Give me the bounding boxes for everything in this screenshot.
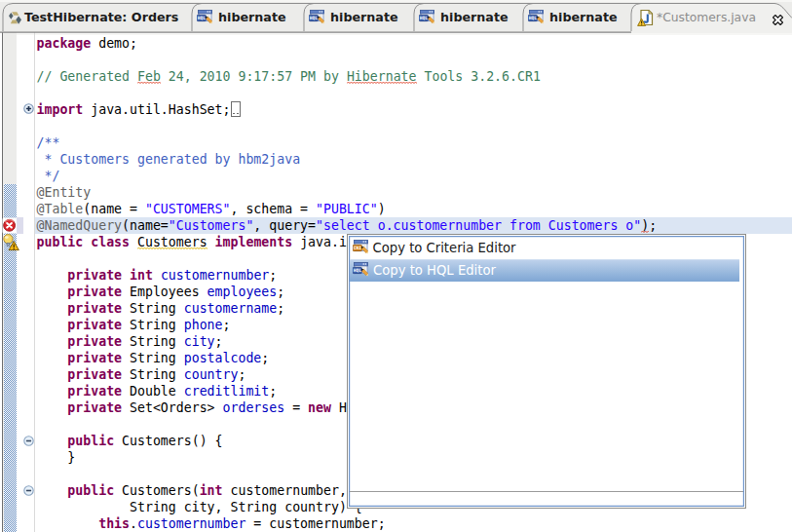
code-line xyxy=(35,52,657,68)
code-line: package demo; xyxy=(35,35,657,52)
tab-label: hibernate xyxy=(440,10,509,24)
menu-item-copy-to-criteria-editor[interactable]: Copy to Criteria Editor xyxy=(350,237,743,259)
quick-diff-change-bar xyxy=(17,217,23,234)
fold-collapse-icon[interactable] xyxy=(23,485,34,496)
quickfix-popup: Copy to Criteria Editor Copy to HQL Edit… xyxy=(347,234,746,509)
hql-editor-icon xyxy=(528,10,544,25)
tab-hibernate-2[interactable]: hibernate xyxy=(304,3,418,31)
criteria-editor-icon xyxy=(353,240,368,255)
control-character-box xyxy=(231,101,241,117)
tab-hibernate-3[interactable]: hibernate xyxy=(414,3,527,31)
hql-editor-icon xyxy=(309,10,324,25)
hql-editor-icon xyxy=(197,10,212,25)
tab-customers-java[interactable]: *Customers.java xyxy=(631,3,792,31)
error-marker-icon[interactable] xyxy=(2,217,18,234)
menu-item-label: Copy to Criteria Editor xyxy=(373,241,516,255)
tab-label: hibernate xyxy=(330,10,398,24)
quickfix-warning-icon[interactable] xyxy=(2,234,19,251)
code-line: @NamedQuery(name="Customers", query="sel… xyxy=(35,217,657,234)
fold-expand-icon[interactable] xyxy=(23,103,34,114)
code-line xyxy=(35,85,657,101)
tab-label: *Customers.java xyxy=(657,11,756,24)
menu-item-copy-to-hql-editor[interactable]: Copy to HQL Editor xyxy=(350,259,739,282)
hibernate-console-icon xyxy=(9,12,21,24)
code-line: import java.util.HashSet; xyxy=(35,101,657,118)
java-editor[interactable]: package demo;// Generated Feb 24, 2010 9… xyxy=(0,32,792,532)
code-line xyxy=(35,118,657,134)
tab-hibernate-4[interactable]: hibernate xyxy=(523,3,637,31)
fold-collapse-icon[interactable] xyxy=(23,436,34,446)
eclipse-window: TestHibernate: Orders hibernate hibernat… xyxy=(0,0,792,532)
editor-tab-bar: TestHibernate: Orders hibernate hibernat… xyxy=(0,0,792,32)
code-line: @Entity xyxy=(35,184,657,201)
tab-hibernate-1[interactable]: hibernate xyxy=(192,3,308,31)
code-line: * Customers generated by hbm2java xyxy=(35,151,657,168)
code-line: this.customernumber = customernumber; xyxy=(35,515,657,532)
code-line: */ xyxy=(35,168,657,184)
hql-editor-icon xyxy=(353,262,368,278)
hql-editor-icon xyxy=(419,10,434,25)
tab-label: TestHibernate: Orders xyxy=(24,10,178,24)
annotation-ruler[interactable] xyxy=(3,32,17,532)
code-line: /** xyxy=(35,134,657,151)
code-line: @Table(name = "CUSTOMERS", schema = "PUB… xyxy=(35,201,657,217)
menu-item-label: Copy to HQL Editor xyxy=(373,263,496,278)
tab-label: hibernate xyxy=(218,10,286,24)
popup-separator xyxy=(350,491,743,492)
tab-label: hibernate xyxy=(549,10,618,24)
tab-testhibernate-orders[interactable]: TestHibernate: Orders xyxy=(3,3,197,31)
java-file-warning-icon xyxy=(637,9,655,26)
popup-list: Copy to Criteria Editor Copy to HQL Edit… xyxy=(350,237,743,282)
close-icon[interactable] xyxy=(773,15,783,25)
code-line: // Generated Feb 24, 2010 9:17:57 PM by … xyxy=(35,68,657,85)
